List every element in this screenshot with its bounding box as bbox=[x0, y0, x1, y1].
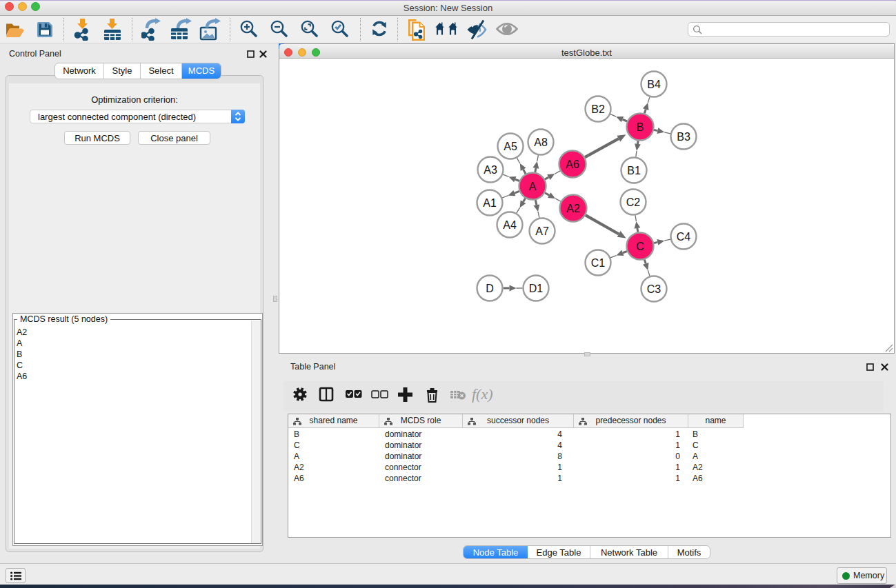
svg-text:B3: B3 bbox=[677, 131, 690, 143]
svg-text:A4: A4 bbox=[503, 219, 517, 231]
svg-text:C2: C2 bbox=[626, 196, 641, 208]
svg-text:C: C bbox=[636, 241, 644, 252]
svg-text:D: D bbox=[486, 283, 494, 294]
svg-text:A2: A2 bbox=[566, 203, 580, 214]
svg-text:B2: B2 bbox=[591, 103, 605, 115]
svg-text:A: A bbox=[529, 181, 537, 192]
svg-text:A3: A3 bbox=[484, 164, 497, 176]
svg-text:B: B bbox=[637, 121, 644, 133]
svg-text:C1: C1 bbox=[591, 257, 606, 269]
svg-text:B1: B1 bbox=[627, 165, 641, 176]
svg-text:C3: C3 bbox=[647, 283, 661, 295]
svg-text:A8: A8 bbox=[534, 136, 548, 148]
svg-text:A6: A6 bbox=[566, 159, 579, 170]
svg-text:D1: D1 bbox=[529, 283, 544, 294]
svg-text:B4: B4 bbox=[647, 79, 661, 90]
svg-text:A5: A5 bbox=[504, 141, 517, 152]
svg-text:A1: A1 bbox=[483, 197, 497, 209]
svg-text:A7: A7 bbox=[535, 225, 549, 237]
svg-text:C4: C4 bbox=[677, 231, 691, 243]
